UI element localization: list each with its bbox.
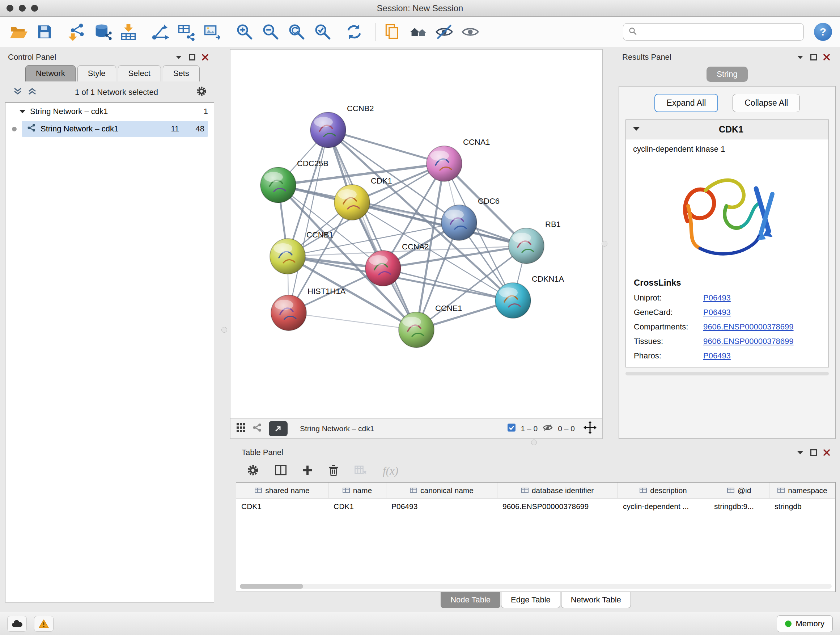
- gear-icon[interactable]: [196, 86, 207, 99]
- network-tools-icon[interactable]: [150, 21, 171, 42]
- splitter-handle[interactable]: [602, 241, 607, 247]
- memory-button[interactable]: Memory: [777, 616, 833, 632]
- network-edge[interactable]: [289, 313, 416, 330]
- node-label: CCNB1: [306, 230, 333, 239]
- selected-checkbox-icon[interactable]: [507, 423, 516, 434]
- import-network-database-icon[interactable]: [92, 21, 113, 42]
- collapse-all-button[interactable]: Collapse All: [733, 94, 800, 112]
- import-table-file-icon[interactable]: [118, 21, 139, 42]
- show-columns-icon[interactable]: [275, 465, 286, 477]
- copy-document-icon[interactable]: [382, 21, 403, 42]
- network-label: String Network – cdk1: [41, 124, 118, 134]
- gene-collapse-icon[interactable]: [632, 126, 640, 133]
- open-session-icon[interactable]: [8, 21, 29, 42]
- main-content: Control Panel Network Style Select Sets …: [0, 47, 840, 612]
- close-panel-icon[interactable]: [823, 449, 830, 456]
- network-node[interactable]: CCNA1: [426, 138, 490, 181]
- float-panel-icon[interactable]: [810, 449, 817, 456]
- network-row[interactable]: String Network – cdk1 11 48: [5, 120, 214, 138]
- show-selected-eye-icon[interactable]: [460, 21, 481, 42]
- network-edge[interactable]: [289, 130, 328, 313]
- zoom-in-icon[interactable]: [234, 21, 255, 42]
- expand-all-icon[interactable]: [27, 87, 37, 97]
- add-column-icon[interactable]: [302, 465, 313, 477]
- table-panel-title: Table Panel: [242, 448, 283, 457]
- detach-view-button[interactable]: [269, 421, 287, 436]
- tab-network-table[interactable]: Network Table: [561, 592, 631, 608]
- zoom-selected-icon[interactable]: [312, 21, 333, 42]
- pan-mode-icon[interactable]: [584, 421, 597, 436]
- tab-select[interactable]: Select: [118, 65, 161, 81]
- splitter-handle[interactable]: [221, 327, 227, 333]
- network-table-icon[interactable]: [176, 21, 197, 42]
- crosslink-link[interactable]: 9606.ENSP00000378699: [703, 337, 794, 346]
- network-node[interactable]: CDKN1A: [495, 274, 564, 318]
- network-edge[interactable]: [328, 130, 416, 330]
- tab-node-table[interactable]: Node Table: [441, 592, 500, 608]
- column-header[interactable]: namespace: [769, 483, 835, 498]
- search-input[interactable]: [641, 27, 798, 36]
- column-header[interactable]: shared name: [236, 483, 328, 498]
- import-network-file-icon[interactable]: [66, 21, 87, 42]
- network-canvas[interactable]: CCNB2CCNA1CDC25BCDK1CDC6RB1CCNB1CCNA2CDK…: [231, 50, 602, 418]
- table-settings-gear-icon[interactable]: [247, 464, 259, 478]
- column-header[interactable]: description: [618, 483, 709, 498]
- close-panel-icon[interactable]: [823, 54, 830, 60]
- delete-column-icon[interactable]: [328, 464, 339, 478]
- table-horizontal-scrollbar[interactable]: [240, 584, 832, 589]
- tab-style[interactable]: Style: [77, 65, 116, 81]
- cloud-button[interactable]: [7, 616, 27, 632]
- refresh-icon[interactable]: [344, 21, 365, 42]
- network-node[interactable]: CDK1: [334, 176, 392, 220]
- results-scrollbar[interactable]: [625, 372, 829, 375]
- results-tab-string[interactable]: String: [706, 67, 747, 82]
- close-panel-icon[interactable]: [202, 54, 208, 60]
- column-header[interactable]: canonical name: [386, 483, 497, 498]
- panel-menu-icon[interactable]: [797, 55, 804, 60]
- save-session-icon[interactable]: [34, 21, 55, 42]
- crosslink-link[interactable]: 9606.ENSP00000378699: [703, 322, 794, 332]
- crosslink-link[interactable]: P06493: [703, 351, 731, 361]
- tab-network[interactable]: Network: [25, 65, 76, 81]
- float-panel-icon[interactable]: [810, 54, 817, 60]
- application-window: Session: New Session: [0, 0, 840, 635]
- column-header[interactable]: @id: [709, 483, 769, 498]
- hide-selected-eye-icon[interactable]: [434, 21, 455, 42]
- network-graph: CCNB2CCNA1CDC25BCDK1CDC6RB1CCNB1CCNA2CDK…: [231, 50, 602, 418]
- help-button[interactable]: ?: [814, 23, 832, 41]
- network-collection-row[interactable]: String Network – cdk1 1: [5, 103, 214, 120]
- splitter-handle[interactable]: [531, 440, 537, 445]
- crosslink-link[interactable]: P06493: [703, 308, 731, 317]
- export-image-icon[interactable]: [202, 21, 223, 42]
- expand-all-button[interactable]: Expand All: [654, 94, 718, 112]
- column-header[interactable]: name: [328, 483, 386, 498]
- tree-expand-icon[interactable]: [19, 107, 26, 116]
- hidden-eye-icon[interactable]: [543, 424, 553, 433]
- crosslink-link[interactable]: P06493: [703, 293, 731, 302]
- share-network-icon[interactable]: [252, 423, 262, 434]
- column-header[interactable]: database identifier: [497, 483, 618, 498]
- panel-menu-icon[interactable]: [175, 55, 182, 60]
- zoom-fit-icon[interactable]: [286, 21, 307, 42]
- warning-button[interactable]: [34, 616, 54, 632]
- show-all-networks-icon[interactable]: [408, 21, 429, 42]
- panel-menu-icon[interactable]: [797, 450, 804, 455]
- node-label: CDK1: [371, 176, 392, 185]
- maximize-window-button[interactable]: [31, 5, 38, 11]
- zoom-out-icon[interactable]: [260, 21, 281, 42]
- tab-edge-table[interactable]: Edge Table: [501, 592, 561, 608]
- memory-status-dot: [785, 621, 791, 627]
- collapse-all-icon[interactable]: [13, 87, 22, 97]
- table-toolbar: f(x): [236, 461, 836, 482]
- network-node[interactable]: HIST1H1A: [271, 287, 346, 331]
- network-node[interactable]: RB1: [508, 220, 561, 264]
- table-row[interactable]: CDK1 CDK1 P06493 9606.ENSP00000378699 cy…: [236, 499, 835, 515]
- float-panel-icon[interactable]: [189, 54, 195, 60]
- network-edge[interactable]: [287, 223, 459, 256]
- close-window-button[interactable]: [6, 5, 13, 11]
- minimize-window-button[interactable]: [19, 5, 26, 11]
- node-label: CDKN1A: [532, 274, 564, 283]
- network-view-statusbar: String Network – cdk1 1 – 0 0 – 0: [231, 418, 602, 439]
- grid-view-icon[interactable]: [236, 423, 246, 434]
- tab-sets[interactable]: Sets: [163, 65, 200, 81]
